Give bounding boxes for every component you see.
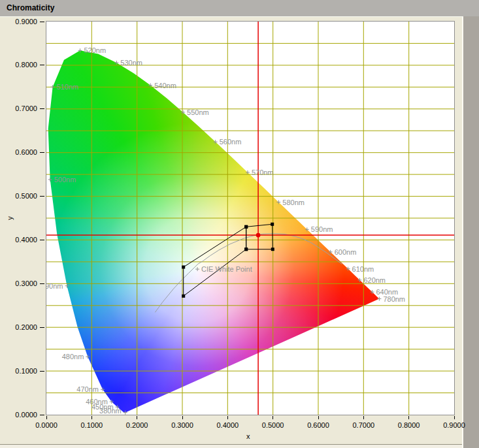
y-tick-mark — [40, 65, 44, 65]
wavelength-label: 620nm — [363, 276, 386, 284]
x-tick-mark — [454, 416, 455, 419]
y-tick-label: 0.7000 — [3, 104, 37, 112]
x-axis-title: x — [246, 432, 250, 440]
wavelength-marker — [65, 284, 69, 288]
y-tick-mark — [40, 283, 44, 284]
wavelength-label: 600nm — [335, 248, 357, 256]
bin-vertex-marker — [244, 225, 248, 229]
wavelength-label: 530nm — [120, 59, 142, 67]
y-tick-label: 0.5000 — [3, 192, 37, 200]
y-tick-mark — [40, 240, 44, 240]
x-tick-mark — [182, 416, 183, 419]
x-tick-mark — [227, 416, 228, 419]
wavelength-label: 480nm — [62, 353, 84, 360]
x-tick-label: 0.5000 — [254, 421, 293, 429]
y-tick-label: 0.8000 — [3, 61, 37, 69]
wavelength-marker — [214, 140, 218, 144]
panel-right-edge — [462, 16, 479, 448]
y-tick-mark — [40, 196, 44, 197]
wavelength-label: 780nm — [383, 295, 405, 303]
wavelength-label: 510nm — [57, 83, 79, 91]
y-axis-title: y — [6, 216, 14, 220]
x-tick-mark — [363, 416, 364, 419]
x-tick-mark — [46, 416, 47, 419]
panel-bottom-edge — [0, 444, 462, 448]
x-tick-label: 0.1000 — [72, 421, 111, 429]
x-tick-label: 0.6000 — [299, 421, 338, 429]
wavelength-marker — [101, 387, 105, 391]
wavelength-marker — [305, 227, 309, 231]
wavelength-label: 580nm — [282, 199, 305, 206]
wavelength-marker — [276, 200, 280, 204]
x-tick-label: 0.3000 — [163, 421, 202, 429]
wavelength-marker — [51, 85, 55, 89]
y-tick-mark — [40, 327, 44, 328]
wavelength-marker — [48, 178, 52, 182]
window-title: Chromaticity — [0, 0, 479, 16]
y-tick-mark — [40, 108, 44, 109]
wavelength-label: 590nm — [311, 225, 333, 233]
x-tick-mark — [408, 416, 409, 419]
wavelength-label: 540nm — [154, 82, 176, 89]
wavelength-label: 460nm — [86, 398, 108, 406]
wavelength-label: 470nm — [76, 385, 99, 393]
y-tick-label: 0.0000 — [3, 411, 37, 419]
x-tick-mark — [91, 416, 92, 419]
y-tick-mark — [40, 371, 44, 372]
x-tick-mark — [137, 416, 137, 419]
measurement-point — [256, 233, 261, 238]
bin-vertex-marker — [271, 248, 274, 251]
wavelength-marker — [114, 61, 118, 65]
wavelength-marker — [181, 110, 185, 114]
y-tick-label: 0.9000 — [3, 18, 37, 25]
wavelength-marker — [124, 411, 127, 415]
bin-vertex-marker — [182, 266, 185, 269]
y-tick-mark — [40, 152, 44, 153]
wavelength-marker — [148, 84, 152, 88]
x-tick-label: 0.2000 — [118, 421, 157, 429]
bin-vertex-marker — [182, 295, 185, 298]
chromaticity-plot[interactable]: 380nm450nm460nm470nm480nm490nm500nm510nm… — [46, 22, 454, 415]
white-point-marker — [195, 267, 199, 271]
white-point-label: CIE White Point — [201, 265, 252, 273]
wavelength-marker — [78, 48, 82, 52]
y-tick-label: 0.3000 — [3, 280, 37, 287]
wavelength-marker — [246, 170, 250, 174]
wavelength-label: 610nm — [352, 265, 374, 273]
wavelength-marker — [346, 267, 350, 271]
bin-vertex-marker — [244, 248, 248, 251]
wavelength-label: 520nm — [84, 46, 107, 54]
x-tick-label: 0.8000 — [389, 421, 429, 429]
wavelength-label: 490nm — [46, 282, 63, 290]
wavelength-label: 550nm — [187, 108, 209, 116]
y-tick-label: 0.1000 — [3, 367, 37, 375]
y-tick-mark — [40, 22, 44, 22]
x-tick-label: 0.7000 — [344, 421, 383, 429]
wavelength-label: 500nm — [54, 176, 76, 184]
wavelength-marker — [329, 250, 333, 254]
wavelength-marker — [371, 290, 374, 294]
x-tick-mark — [273, 416, 273, 419]
wavelength-label: 560nm — [220, 138, 242, 146]
x-tick-label: 0.0000 — [27, 421, 66, 429]
x-tick-mark — [318, 416, 319, 419]
bin-vertex-marker — [271, 223, 274, 226]
wavelength-label: 570nm — [252, 168, 274, 176]
bin-quad-outline — [184, 227, 246, 296]
x-tick-label: 0.4000 — [208, 421, 247, 429]
y-tick-mark — [40, 415, 44, 415]
x-tick-label: 0.9000 — [435, 421, 474, 429]
y-tick-label: 0.6000 — [3, 148, 37, 156]
y-tick-label: 0.4000 — [3, 236, 37, 244]
wavelength-marker — [86, 355, 90, 359]
wavelength-marker — [377, 297, 381, 301]
y-tick-label: 0.2000 — [3, 323, 37, 331]
wavelength-marker — [357, 278, 361, 282]
